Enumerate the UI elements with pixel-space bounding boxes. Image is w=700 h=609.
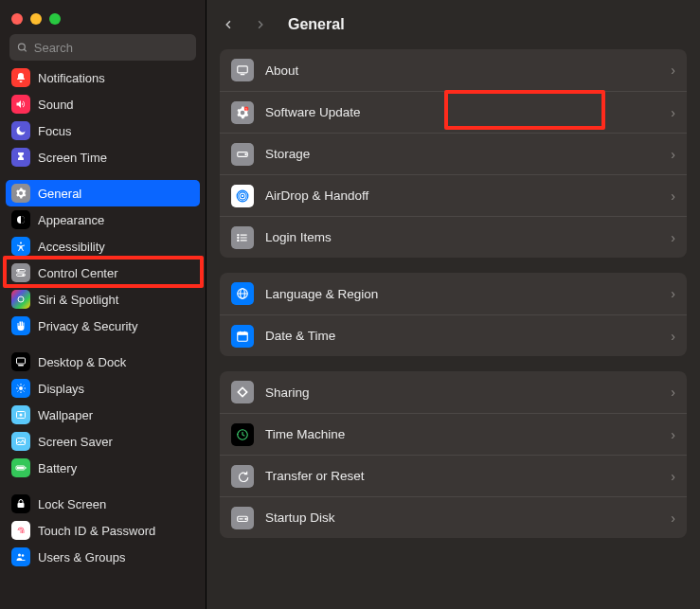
appearance-icon	[11, 210, 30, 229]
chevron-right-icon: ›	[671, 510, 675, 526]
sidebar-item-label: Control Center	[38, 266, 118, 280]
row-time-machine[interactable]: Time Machine ›	[220, 413, 687, 455]
sidebar-item-wallpaper[interactable]: Wallpaper	[6, 402, 200, 428]
search-icon	[17, 42, 28, 54]
sidebar-item-screen-saver[interactable]: Screen Saver	[6, 428, 200, 455]
sidebar-item-control-center[interactable]: Control Center	[6, 260, 200, 286]
sidebar: Notifications Sound Focus Screen Time Ge…	[0, 0, 206, 609]
chevron-right-icon: ›	[671, 105, 675, 120]
sidebar-item-focus[interactable]: Focus	[6, 117, 200, 144]
svg-point-35	[241, 194, 244, 198]
row-label: Startup Disk	[265, 510, 671, 525]
chevron-right-icon: ›	[671, 63, 675, 78]
svg-line-16	[18, 385, 19, 386]
row-software-update[interactable]: 1 Software Update ›	[220, 91, 687, 133]
chevron-right-icon	[255, 17, 265, 32]
sidebar-item-siri-spotlight[interactable]: Siri & Spotlight	[6, 286, 200, 313]
row-date-time[interactable]: Date & Time ›	[220, 314, 687, 356]
svg-rect-24	[17, 467, 24, 469]
row-transfer-reset[interactable]: Transfer or Reset ›	[220, 455, 687, 496]
row-about[interactable]: About ›	[220, 49, 687, 91]
sidebar-item-sound[interactable]: Sound	[6, 91, 200, 117]
row-language-region[interactable]: Language & Region ›	[220, 273, 687, 314]
sidebar-item-label: Privacy & Security	[38, 319, 137, 333]
screensaver-icon	[11, 432, 30, 451]
sharing-icon	[231, 381, 254, 403]
sidebar-item-label: Battery	[38, 461, 77, 475]
chevron-right-icon: ›	[671, 286, 675, 301]
sidebar-item-touch-id-password[interactable]: Touch ID & Password	[6, 517, 200, 544]
sidebar-item-label: Lock Screen	[38, 497, 106, 511]
sidebar-item-label: Focus	[38, 124, 71, 138]
sidebar-item-desktop-dock[interactable]: Desktop & Dock	[6, 349, 200, 375]
disk-icon	[231, 143, 254, 166]
battery-icon	[11, 458, 30, 477]
sidebar-item-displays[interactable]: Displays	[6, 375, 200, 402]
row-startup-disk[interactable]: Startup Disk ›	[220, 496, 687, 538]
sidebar-item-screen-time[interactable]: Screen Time	[6, 144, 200, 170]
row-airdrop-handoff[interactable]: AirDrop & Handoff ›	[220, 174, 687, 216]
close-window-button[interactable]	[11, 13, 23, 25]
svg-line-17	[24, 391, 25, 392]
sidebar-item-label: Displays	[38, 382, 84, 396]
chevron-right-icon: ›	[671, 329, 675, 344]
back-button[interactable]	[220, 15, 238, 34]
gear-icon	[11, 184, 30, 203]
settings-group: Language & Region › Date & Time ›	[220, 273, 687, 356]
siri-icon	[11, 290, 30, 309]
chevron-right-icon: ›	[671, 469, 675, 484]
sidebar-item-privacy-security[interactable]: Privacy & Security	[6, 313, 200, 339]
sidebar-item-accessibility[interactable]: Accessibility	[6, 233, 200, 260]
page-title: General	[288, 16, 345, 33]
chevron-left-icon	[224, 17, 234, 32]
svg-point-53	[245, 518, 246, 519]
chevron-right-icon: ›	[671, 427, 675, 442]
users-icon	[11, 547, 30, 566]
speaker-icon	[11, 95, 30, 114]
fingerprint-icon	[11, 521, 30, 540]
svg-rect-48	[238, 331, 248, 334]
gear-badge-icon: 1	[231, 101, 254, 124]
forward-button[interactable]	[251, 15, 269, 34]
row-login-items[interactable]: Login Items ›	[220, 216, 687, 258]
bell-icon	[11, 68, 30, 87]
svg-point-11	[19, 386, 23, 390]
svg-point-0	[18, 44, 25, 50]
sidebar-item-general[interactable]: General	[6, 180, 200, 206]
search-input[interactable]	[34, 41, 188, 55]
svg-point-43	[238, 240, 239, 241]
svg-point-7	[23, 275, 25, 277]
svg-point-8	[18, 296, 24, 302]
svg-line-18	[18, 391, 19, 392]
svg-point-28	[22, 554, 25, 557]
chevron-right-icon: ›	[671, 230, 675, 245]
main-header: General	[220, 0, 687, 49]
minimize-window-button[interactable]	[30, 13, 42, 25]
svg-point-5	[18, 270, 20, 272]
transfer-icon	[231, 465, 254, 488]
sidebar-item-label: Wallpaper	[38, 408, 93, 422]
sidebar-item-label: Sound	[38, 98, 74, 112]
startup-icon	[231, 507, 254, 529]
svg-rect-29	[238, 66, 248, 73]
svg-point-3	[20, 242, 22, 244]
mac-icon	[231, 59, 254, 81]
sidebar-item-notifications[interactable]: Notifications	[6, 68, 200, 91]
dock-icon	[11, 352, 30, 371]
hourglass-icon	[11, 148, 30, 167]
sidebar-item-label: Appearance	[38, 213, 104, 227]
row-storage[interactable]: Storage ›	[220, 133, 687, 174]
sidebar-item-users-groups[interactable]: Users & Groups	[6, 544, 200, 570]
sidebar-item-label: Notifications	[38, 71, 105, 85]
sidebar-item-lock-screen[interactable]: Lock Screen	[6, 491, 200, 517]
svg-rect-25	[26, 467, 27, 469]
row-sharing[interactable]: Sharing ›	[220, 371, 687, 413]
fullscreen-window-button[interactable]	[49, 13, 61, 25]
svg-text:1: 1	[245, 107, 247, 111]
sidebar-item-battery[interactable]: Battery	[6, 455, 200, 481]
svg-rect-26	[18, 503, 25, 508]
search-field[interactable]	[9, 34, 196, 61]
sidebar-item-appearance[interactable]: Appearance	[6, 206, 200, 233]
chevron-right-icon: ›	[671, 385, 675, 400]
row-label: Language & Region	[265, 287, 671, 301]
